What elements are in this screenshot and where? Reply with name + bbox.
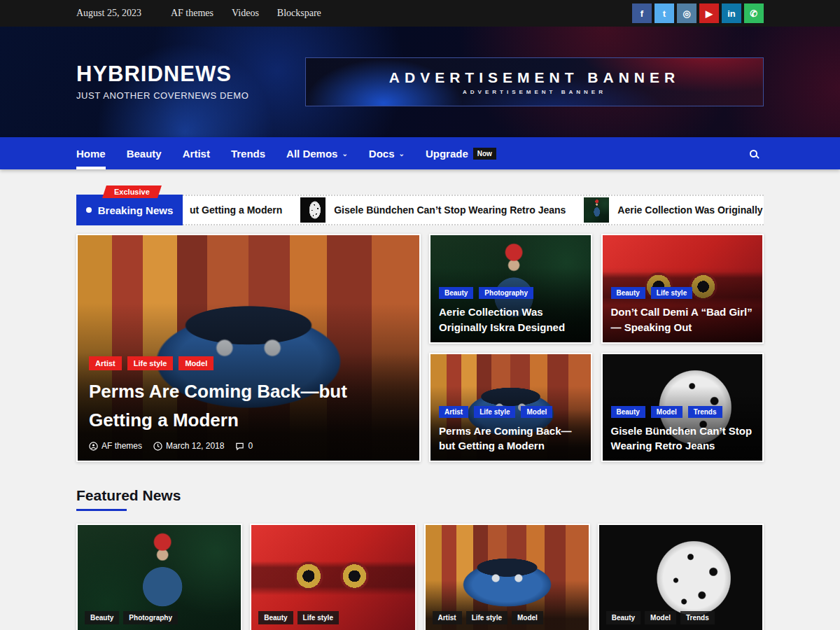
- category-badge[interactable]: Artist: [439, 406, 468, 418]
- nav-item-all-demos[interactable]: All Demos⌄: [286, 137, 348, 169]
- grid-post-demi[interactable]: Beauty Life style Don’t Call Demi A “Bad…: [601, 234, 764, 344]
- hero-post-title[interactable]: Perms Are Coming Back—but Getting a Mode…: [89, 377, 408, 434]
- ticker-item[interactable]: Gisele Bündchen Can’t Stop Wearing Retro…: [300, 197, 566, 223]
- grid-post-perms[interactable]: Artist Life style Model Perms Are Coming…: [429, 353, 592, 463]
- date-meta: March 12, 2018: [153, 441, 224, 451]
- nav-item-beauty[interactable]: Beauty: [127, 137, 162, 169]
- nav-item-trends[interactable]: Trends: [231, 137, 265, 169]
- ticker-items: ut Getting a Modern Gisele Bündchen Can’…: [183, 196, 764, 224]
- exclusive-ribbon: Exclusive: [102, 186, 162, 198]
- category-badge[interactable]: Model: [178, 356, 214, 370]
- ad-banner-subtext: ADVERTISEMENT BANNER: [463, 89, 606, 95]
- comment-icon: [235, 442, 244, 451]
- linkedin-icon[interactable]: in: [722, 4, 741, 23]
- category-badge[interactable]: Model: [651, 406, 682, 418]
- top-bar: August 25, 2023 AF themes Videos Blocksp…: [0, 0, 840, 27]
- hero-post[interactable]: Artist Life style Model Perms Are Coming…: [76, 234, 421, 462]
- category-badge[interactable]: Trends: [680, 611, 715, 624]
- featured-news-grid: Beauty Photography Beauty Life style Art…: [76, 524, 764, 630]
- category-badge[interactable]: Model: [521, 406, 552, 418]
- featured-post-cassette[interactable]: Beauty Life style: [250, 524, 416, 630]
- ticker-thumbnail-dalmatian: [300, 197, 326, 223]
- post-title[interactable]: Perms Are Coming Back—but Getting a Mode…: [439, 424, 582, 454]
- category-badge[interactable]: Model: [645, 611, 676, 624]
- featured-post-image: Artist Life style Model: [424, 524, 590, 630]
- hero-section: Artist Life style Model Perms Are Coming…: [76, 234, 764, 462]
- category-badge[interactable]: Beauty: [439, 287, 473, 299]
- category-badge[interactable]: Life style: [298, 611, 339, 624]
- site-branding[interactable]: HYBRIDNEWS JUST ANOTHER COVERNEWS DEMO: [76, 63, 248, 101]
- nav-item-docs[interactable]: Docs⌄: [369, 137, 405, 169]
- main-navigation: Home Beauty Artist Trends All Demos⌄ Doc…: [0, 137, 840, 169]
- featured-news-header: Featured News: [76, 487, 764, 511]
- now-badge: Now: [473, 148, 496, 160]
- current-date: August 25, 2023: [76, 8, 141, 19]
- social-icons: f t ◎ ▶ in ✆: [632, 4, 764, 23]
- category-badge[interactable]: Beauty: [611, 287, 645, 299]
- category-badge[interactable]: Photography: [479, 287, 533, 299]
- breaking-news-ticker: Exclusive Breaking News ut Getting a Mod…: [76, 195, 764, 225]
- chevron-down-icon: ⌄: [399, 150, 405, 158]
- ticker-item[interactable]: ut Getting a Modern: [190, 204, 282, 216]
- search-icon: [750, 150, 757, 158]
- category-badge[interactable]: Beauty: [611, 406, 645, 418]
- featured-post-woman[interactable]: Beauty Photography: [76, 524, 242, 630]
- comments-meta[interactable]: 0: [235, 441, 253, 451]
- site-header: HYBRIDNEWS JUST ANOTHER COVERNEWS DEMO A…: [0, 27, 840, 137]
- author-meta[interactable]: AF themes: [89, 441, 142, 451]
- featured-post-image: Beauty Model Trends: [598, 524, 764, 630]
- topbar-link-videos[interactable]: Videos: [232, 8, 259, 19]
- category-badge[interactable]: Beauty: [85, 611, 119, 624]
- nav-item-home[interactable]: Home: [76, 137, 106, 169]
- facebook-icon[interactable]: f: [632, 4, 652, 23]
- nav-item-upgrade[interactable]: UpgradeNow: [426, 137, 496, 169]
- category-badge[interactable]: Model: [512, 611, 543, 624]
- chevron-down-icon: ⌄: [342, 150, 347, 158]
- topbar-link-blockspare[interactable]: Blockspare: [277, 8, 321, 19]
- category-badge[interactable]: Beauty: [258, 611, 293, 624]
- clock-icon: [153, 442, 162, 451]
- grid-post-aerie[interactable]: Beauty Photography Aerie Collection Was …: [429, 234, 592, 344]
- ticker-item[interactable]: Aerie Collection Was Originally Iskra De…: [584, 197, 764, 223]
- post-title[interactable]: Gisele Bündchen Can’t Stop Wearing Retro…: [611, 424, 755, 454]
- category-badge[interactable]: Artist: [89, 356, 122, 370]
- youtube-icon[interactable]: ▶: [699, 4, 719, 23]
- category-badge[interactable]: Beauty: [606, 611, 640, 624]
- category-badge[interactable]: Life style: [651, 287, 692, 299]
- whatsapp-icon[interactable]: ✆: [744, 4, 764, 23]
- search-button[interactable]: [743, 143, 764, 164]
- featured-post-dalmatian[interactable]: Beauty Model Trends: [598, 524, 764, 630]
- hero-post-meta: AF themes March 12, 2018 0: [89, 441, 408, 451]
- twitter-icon[interactable]: t: [654, 4, 674, 23]
- site-logo[interactable]: HYBRIDNEWS: [76, 63, 248, 86]
- breaking-news-label: Breaking News: [76, 195, 183, 225]
- bullet-dot-icon: [86, 207, 92, 213]
- category-badge[interactable]: Artist: [433, 611, 462, 624]
- site-tagline: JUST ANOTHER COVERNEWS DEMO: [76, 90, 248, 101]
- post-title[interactable]: Don’t Call Demi A “Bad Girl” — Speaking …: [611, 304, 755, 335]
- heading-underline: [76, 509, 127, 511]
- featured-post-image: Beauty Photography: [76, 524, 242, 630]
- category-badge[interactable]: Photography: [123, 611, 178, 624]
- nav-item-artist[interactable]: Artist: [183, 137, 210, 169]
- featured-post-beetle[interactable]: Artist Life style Model: [424, 524, 590, 630]
- post-title[interactable]: Aerie Collection Was Originally Iskra De…: [439, 304, 582, 335]
- ticker-thumbnail-photographer: [584, 197, 609, 223]
- author-icon: [89, 442, 98, 451]
- topbar-link-af-themes[interactable]: AF themes: [171, 8, 214, 19]
- category-badge[interactable]: Life style: [474, 406, 515, 418]
- featured-news-heading: Featured News: [76, 487, 764, 504]
- instagram-icon[interactable]: ◎: [677, 4, 696, 23]
- ad-banner-text: ADVERTISEMENT BANNER: [389, 69, 680, 86]
- topbar-links: AF themes Videos Blockspare: [171, 8, 321, 19]
- advertisement-banner[interactable]: ADVERTISEMENT BANNER ADVERTISEMENT BANNE…: [305, 57, 764, 106]
- category-badge[interactable]: Life style: [466, 611, 507, 624]
- hero-side-grid: Beauty Photography Aerie Collection Was …: [429, 234, 764, 462]
- category-badge[interactable]: Life style: [127, 356, 174, 370]
- category-badge[interactable]: Trends: [688, 406, 722, 418]
- featured-post-image: Beauty Life style: [250, 524, 416, 630]
- grid-post-gisele[interactable]: Beauty Model Trends Gisele Bündchen Can’…: [601, 353, 764, 463]
